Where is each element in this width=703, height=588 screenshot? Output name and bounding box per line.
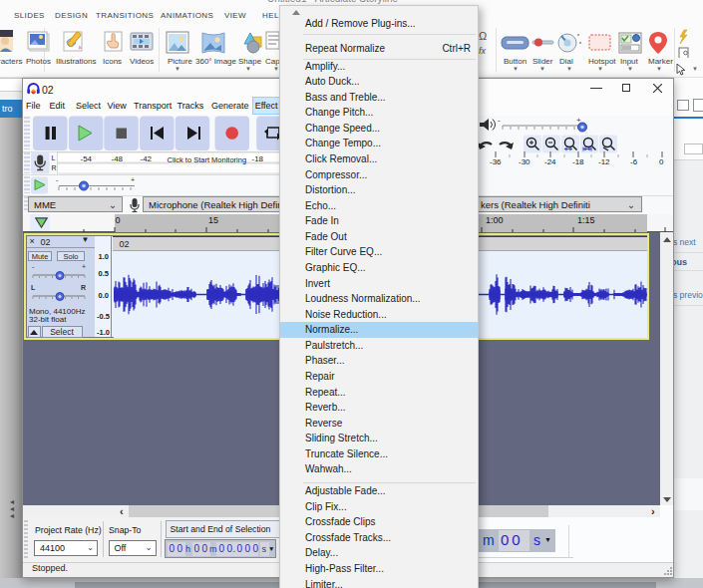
svg-text:R: R [81,284,86,291]
svg-text:+: + [82,263,86,270]
svg-text:+: + [131,176,135,183]
svg-text:-: - [498,116,501,125]
svg-text:Ω: Ω [479,30,487,42]
svg-text:fx: fx [479,46,487,56]
svg-text:-: - [56,176,59,183]
svg-text:L: L [31,284,36,291]
svg-text:-: - [32,263,35,270]
